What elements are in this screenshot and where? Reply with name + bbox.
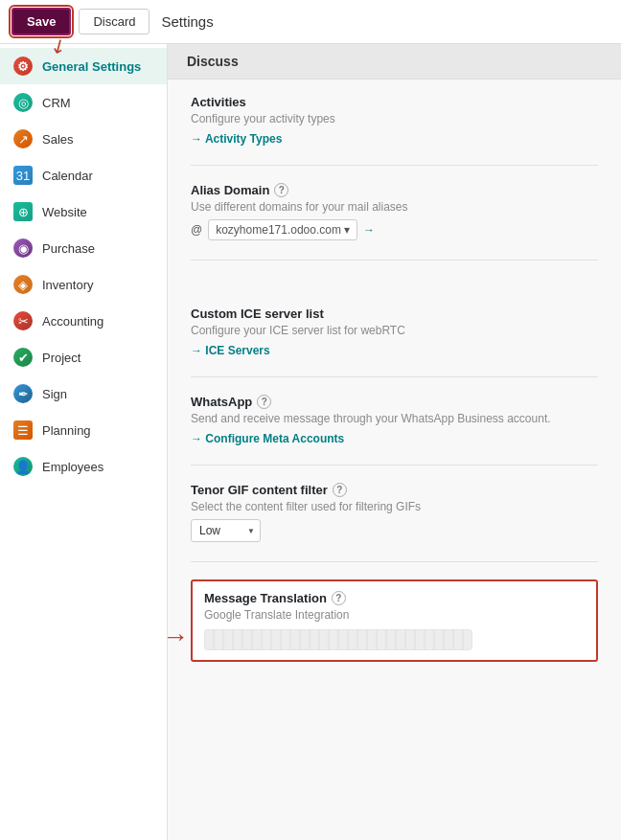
translation-api-key-input[interactable] xyxy=(204,629,472,650)
sidebar-item-project[interactable]: ✔Project xyxy=(0,339,167,375)
translation-arrow: → xyxy=(168,622,189,652)
alias-domain-value: kozyhome171.odoo.com xyxy=(216,223,341,237)
sidebar-item-website[interactable]: ⊕Website xyxy=(0,193,167,230)
alias-help-icon[interactable]: ? xyxy=(274,183,288,197)
divider-1 xyxy=(191,165,598,166)
sidebar: ⚙General Settings◎CRM↗Sales31Calendar⊕We… xyxy=(0,44,168,840)
sidebar-item-sign[interactable]: ✒Sign xyxy=(0,375,167,412)
discuss-header: Discuss xyxy=(168,44,621,79)
sidebar-label-calendar: Calendar xyxy=(42,169,93,183)
divider-5 xyxy=(191,561,598,562)
spacer xyxy=(191,278,598,306)
divider-2 xyxy=(191,260,598,261)
ice-server-section: Custom ICE server list Configure your IC… xyxy=(191,306,598,357)
sidebar-label-general-settings: General Settings xyxy=(42,59,141,74)
whatsapp-help-icon[interactable]: ? xyxy=(257,395,271,409)
tenor-gif-desc: Select the content filter used for filte… xyxy=(191,500,598,513)
big-arrow-icon: → xyxy=(168,622,189,652)
sidebar-icon-inventory: ◈ xyxy=(13,275,33,294)
alias-domain-section: Alias Domain ? Use different domains for… xyxy=(191,183,598,240)
toolbar: Save Discard Settings ↙ xyxy=(0,0,621,44)
translation-input-row xyxy=(204,629,585,650)
sidebar-icon-planning: ☰ xyxy=(13,420,33,440)
sidebar-label-planning: Planning xyxy=(42,423,91,438)
ice-server-title: Custom ICE server list xyxy=(191,306,598,321)
message-translation-desc: Google Translate Integration xyxy=(204,608,585,622)
sidebar-item-planning[interactable]: ☰Planning xyxy=(0,412,167,448)
sidebar-item-employees[interactable]: 👤Employees xyxy=(0,448,167,485)
sidebar-icon-employees: 👤 xyxy=(13,457,33,476)
save-button[interactable]: Save xyxy=(12,8,71,35)
whatsapp-link[interactable]: → Configure Meta Accounts xyxy=(191,432,344,445)
alias-domain-desc: Use different domains for your mail alia… xyxy=(191,200,598,214)
sidebar-item-accounting[interactable]: ✂Accounting xyxy=(0,303,167,339)
alias-row: @ kozyhome171.odoo.com ▾ → xyxy=(191,219,598,240)
sidebar-label-employees: Employees xyxy=(42,460,104,474)
sidebar-icon-crm: ◎ xyxy=(13,93,33,112)
whatsapp-title: WhatsApp ? xyxy=(191,395,598,409)
activity-types-link[interactable]: → Activity Types xyxy=(191,132,282,146)
sidebar-icon-accounting: ✂ xyxy=(13,311,33,330)
sidebar-label-website: Website xyxy=(42,205,87,219)
divider-4 xyxy=(191,465,598,465)
sidebar-item-sales[interactable]: ↗Sales xyxy=(0,121,167,157)
activities-title: Activities xyxy=(191,95,598,109)
ice-server-desc: Configure your ICE server list for webRT… xyxy=(191,324,598,337)
whatsapp-desc: Send and receive message through your Wh… xyxy=(191,412,598,425)
content-area: Discuss Activities Configure your activi… xyxy=(168,44,621,840)
divider-3 xyxy=(191,376,598,377)
ice-servers-link[interactable]: → ICE Servers xyxy=(191,344,270,357)
discard-button[interactable]: Discard xyxy=(79,9,150,34)
sidebar-item-calendar[interactable]: 31Calendar xyxy=(0,157,167,193)
message-translation-wrapper: Message Translation ? Google Translate I… xyxy=(191,579,598,662)
sidebar-item-crm[interactable]: ◎CRM xyxy=(0,84,167,121)
activities-desc: Configure your activity types xyxy=(191,112,598,125)
sidebar-label-purchase: Purchase xyxy=(42,241,95,256)
message-translation-title: Message Translation ? xyxy=(204,591,585,605)
message-translation-section: Message Translation ? Google Translate I… xyxy=(191,579,598,662)
sidebar-label-accounting: Accounting xyxy=(42,314,104,329)
sidebar-item-inventory[interactable]: ◈Inventory xyxy=(0,266,167,303)
tenor-gif-section: Tenor GIF content filter ? Select the co… xyxy=(191,483,598,542)
sidebar-label-sign: Sign xyxy=(42,387,67,401)
sidebar-item-purchase[interactable]: ◉Purchase xyxy=(0,230,167,266)
whatsapp-section: WhatsApp ? Send and receive message thro… xyxy=(191,395,598,445)
tenor-select-wrap: Low Medium High xyxy=(191,519,261,542)
sidebar-icon-purchase: ◉ xyxy=(13,238,33,258)
sidebar-label-sales: Sales xyxy=(42,132,74,147)
tenor-help-icon[interactable]: ? xyxy=(333,483,347,497)
tenor-select[interactable]: Low Medium High xyxy=(191,519,261,542)
alias-domain-dropdown[interactable]: kozyhome171.odoo.com ▾ xyxy=(208,219,357,240)
sidebar-icon-sales: ↗ xyxy=(13,129,33,148)
sidebar-label-inventory: Inventory xyxy=(42,278,93,292)
sidebar-icon-website: ⊕ xyxy=(13,202,33,221)
sidebar-label-crm: CRM xyxy=(42,96,71,110)
alias-domain-title: Alias Domain ? xyxy=(191,183,598,197)
alias-domain-arrow: ▾ xyxy=(344,223,350,237)
sidebar-item-general-settings[interactable]: ⚙General Settings xyxy=(0,48,167,84)
sidebar-label-project: Project xyxy=(42,351,80,365)
settings-body: Activities Configure your activity types… xyxy=(168,79,621,677)
sidebar-icon-calendar: 31 xyxy=(13,166,33,185)
sidebar-icon-sign: ✒ xyxy=(13,384,33,403)
message-translation-help-icon[interactable]: ? xyxy=(332,591,346,605)
activities-section: Activities Configure your activity types… xyxy=(191,95,598,146)
alias-at-symbol: @ xyxy=(191,223,202,237)
page-title: Settings xyxy=(161,13,213,30)
tenor-gif-title: Tenor GIF content filter ? xyxy=(191,483,598,497)
sidebar-icon-general-settings: ⚙ xyxy=(13,57,33,76)
main-layout: ⚙General Settings◎CRM↗Sales31Calendar⊕We… xyxy=(0,44,621,840)
sidebar-icon-project: ✔ xyxy=(13,348,33,367)
alias-after-arrow[interactable]: → xyxy=(363,223,375,237)
